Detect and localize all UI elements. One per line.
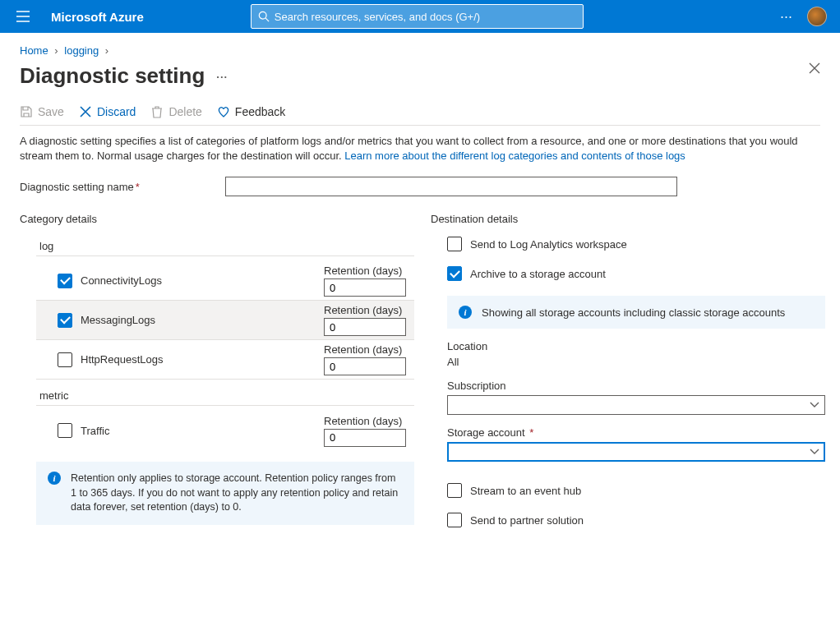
checkbox-traffic[interactable] <box>58 423 72 438</box>
log-label: HttpRequestLogs <box>81 353 163 366</box>
metric-subheading: metric <box>36 386 414 406</box>
setting-name-input[interactable] <box>225 177 677 196</box>
save-label: Save <box>38 105 64 118</box>
global-search-input[interactable]: Search resources, services, and docs (G+… <box>251 4 584 29</box>
checkbox-send-partner[interactable] <box>447 513 462 527</box>
delete-icon <box>151 105 163 118</box>
discard-icon <box>80 106 91 117</box>
hamburger-icon <box>16 11 30 22</box>
archive-storage-label: Archive to a storage account <box>470 268 606 280</box>
category-heading: Category details <box>20 213 414 225</box>
brand-label: Microsoft Azure <box>51 10 144 24</box>
hamburger-menu-button[interactable] <box>7 0 39 33</box>
search-icon <box>258 11 270 22</box>
metric-row-traffic: Traffic Retention (days) <box>36 411 414 450</box>
storage-info-text: Showing all storage accounts including c… <box>482 306 785 319</box>
user-avatar[interactable] <box>807 7 827 26</box>
setting-name-label: Diagnostic setting name* <box>20 181 225 193</box>
more-actions-button[interactable]: ⋯ <box>780 9 794 24</box>
send-log-analytics-label: Send to Log Analytics workspace <box>470 238 627 251</box>
feedback-label: Feedback <box>235 105 285 118</box>
stream-event-hub-label: Stream to an event hub <box>470 485 581 497</box>
log-row-messaginglogs: MessagingLogs Retention (days) <box>36 301 414 340</box>
log-row-connectivitylogs: ConnectivityLogs Retention (days) <box>36 261 414 301</box>
chevron-right-icon: › <box>105 44 108 57</box>
log-label: MessagingLogs <box>81 314 155 326</box>
checkbox-httprequestlogs[interactable] <box>58 352 72 367</box>
checkbox-archive-storage[interactable] <box>447 266 462 281</box>
checkbox-stream-event-hub[interactable] <box>447 483 462 498</box>
title-more-button[interactable]: ··· <box>216 71 228 83</box>
page-title: Diagnostic setting <box>20 63 205 89</box>
location-label: Location <box>447 340 825 352</box>
metric-label: Traffic <box>81 425 109 437</box>
breadcrumb: Home › logging › <box>20 44 820 57</box>
chevron-down-icon <box>810 449 819 455</box>
retention-input-connectivitylogs[interactable] <box>324 278 406 297</box>
storage-account-label: Storage account * <box>447 426 825 439</box>
retention-info-box: i Retention only applies to storage acco… <box>36 462 414 525</box>
delete-button[interactable]: Delete <box>150 105 201 118</box>
retention-input-traffic[interactable] <box>324 429 406 447</box>
destination-heading: Destination details <box>431 213 825 225</box>
retention-input-messaginglogs[interactable] <box>324 318 406 336</box>
breadcrumb-home[interactable]: Home <box>20 44 48 57</box>
retention-label: Retention (days) <box>324 343 409 356</box>
heart-icon <box>217 106 230 118</box>
top-bar: Microsoft Azure Search resources, servic… <box>0 0 840 33</box>
search-placeholder: Search resources, services, and docs (G+… <box>275 11 480 23</box>
subscription-label: Subscription <box>447 380 825 392</box>
info-icon: i <box>48 472 61 485</box>
svg-point-0 <box>259 12 266 19</box>
log-label: ConnectivityLogs <box>81 274 162 287</box>
checkbox-send-log-analytics[interactable] <box>447 237 462 251</box>
subscription-select[interactable] <box>447 395 825 415</box>
log-subheading: log <box>36 237 414 256</box>
svg-line-1 <box>265 18 269 21</box>
learn-more-link[interactable]: Learn more about the different log categ… <box>344 150 685 162</box>
delete-label: Delete <box>168 105 201 118</box>
save-button[interactable]: Save <box>20 105 64 118</box>
chevron-down-icon <box>810 402 819 408</box>
retention-label: Retention (days) <box>324 415 409 427</box>
close-button[interactable] <box>809 62 820 76</box>
breadcrumb-logging[interactable]: logging <box>64 44 99 57</box>
retention-input-httprequestlogs[interactable] <box>324 357 406 375</box>
discard-button[interactable]: Discard <box>79 105 136 118</box>
location-value: All <box>447 356 459 368</box>
feedback-button[interactable]: Feedback <box>217 105 285 118</box>
save-icon <box>20 105 33 118</box>
info-icon: i <box>459 306 472 319</box>
storage-info-box: i Showing all storage accounts including… <box>447 296 825 329</box>
discard-label: Discard <box>97 105 136 118</box>
send-partner-label: Send to partner solution <box>470 514 584 527</box>
retention-label: Retention (days) <box>324 265 409 277</box>
chevron-right-icon: › <box>54 44 58 57</box>
checkbox-messaginglogs[interactable] <box>58 313 72 328</box>
retention-info-text: Retention only applies to storage accoun… <box>71 472 403 515</box>
description-text: A diagnostic setting specifies a list of… <box>20 134 809 163</box>
log-row-httprequestlogs: HttpRequestLogs Retention (days) <box>36 340 414 380</box>
close-icon <box>809 62 820 74</box>
command-bar: Save Discard Delete Feedback <box>20 99 820 126</box>
retention-label: Retention (days) <box>324 304 409 316</box>
storage-account-select[interactable] <box>447 442 825 462</box>
checkbox-connectivitylogs[interactable] <box>58 274 72 288</box>
